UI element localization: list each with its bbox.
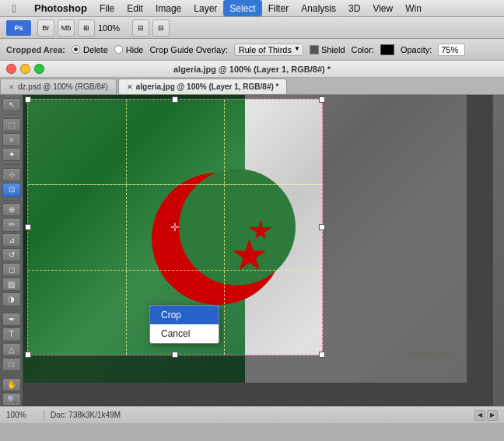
- tool-eyedropper[interactable]: ⊹: [2, 168, 21, 181]
- main-area: ↖ ⬚ ⌗ ✦ ⊹ ⊡ ⊕ ✏ ⊿ ↺ ◻ ▨ ◑ ✒ T △ □ ✋ 🔍: [0, 95, 504, 406]
- tool-path[interactable]: △: [2, 343, 21, 356]
- tool-zoom[interactable]: 🔍: [2, 393, 21, 406]
- brush-icon: ✏: [9, 220, 15, 229]
- tool-shape[interactable]: □: [2, 358, 21, 371]
- tool-marquee[interactable]: ⬚: [2, 118, 21, 131]
- menu-3d[interactable]: 3D: [342, 0, 366, 16]
- shade-right: [323, 99, 492, 355]
- menu-photoshop[interactable]: Photoshop: [28, 0, 93, 16]
- menu-filter[interactable]: Filter: [262, 0, 296, 16]
- status-zoom: 100%: [6, 411, 37, 419]
- nav-next[interactable]: ▶: [487, 410, 498, 421]
- tool-history-brush[interactable]: ↺: [2, 248, 21, 261]
- window-titlebar: algeria.jpg @ 100% (Layer 1, RGB/8#) *: [0, 61, 504, 78]
- status-divider: [44, 410, 44, 421]
- apple-menu[interactable]: : [0, 2, 28, 15]
- wand-icon: ✦: [9, 150, 15, 159]
- zoom-icon: 🔍: [7, 395, 16, 404]
- crop-icon: ⊡: [9, 185, 15, 194]
- right-sidebar: [492, 95, 504, 406]
- tab-label-dz: dz.psd @ 100% (RGB/8#): [18, 82, 108, 91]
- tool-wand[interactable]: ✦: [2, 148, 21, 161]
- guide-overlay-dropdown[interactable]: Rule of Thirds: [234, 44, 303, 56]
- guide-overlay-label: Crop Guide Overlay:: [149, 45, 227, 54]
- tool-gradient[interactable]: ▨: [2, 278, 21, 291]
- toolbar-btn-5[interactable]: ⊟: [152, 19, 170, 37]
- color-label: Color:: [352, 45, 374, 54]
- toolbar-btn-2[interactable]: Mb: [58, 19, 75, 37]
- hide-radio[interactable]: [114, 45, 123, 54]
- delete-radio[interactable]: [72, 45, 80, 54]
- ps-icon: Ps: [6, 20, 31, 36]
- tool-spot-heal[interactable]: ⊕: [2, 203, 21, 216]
- tab-close-icon[interactable]: ✕: [9, 83, 15, 91]
- minimize-button[interactable]: [20, 64, 30, 74]
- tool-divider-4: [4, 310, 19, 310]
- toolbar-btn-4[interactable]: ⊟: [132, 19, 149, 37]
- toolbar-icon-5: ⊟: [158, 24, 164, 32]
- tool-move[interactable]: ↖: [2, 98, 21, 111]
- gradient-icon: ▨: [8, 280, 15, 289]
- tool-divider-2: [4, 164, 19, 165]
- tool-eraser[interactable]: ◻: [2, 263, 21, 276]
- tab-close-icon-2[interactable]: ✕: [127, 83, 133, 91]
- toolbar-btn-3[interactable]: ⊞: [78, 19, 95, 37]
- shield-checkbox-group[interactable]: Shield: [310, 45, 345, 54]
- status-nav: ◀ ▶: [474, 410, 498, 421]
- context-menu-cancel[interactable]: Cancel: [150, 324, 219, 343]
- status-bar: 100% Doc: 738k3K/1k49M ◀ ▶: [0, 406, 504, 423]
- opacity-field[interactable]: 75%: [438, 44, 465, 56]
- window-title: algeria.jpg @ 100% (Layer 1, RGB/8#) *: [173, 65, 331, 74]
- path-icon: △: [9, 345, 15, 354]
- toolbar-icon-3: ⊞: [83, 24, 89, 32]
- toolbar-btn-1[interactable]: Br: [37, 19, 54, 37]
- tool-hand[interactable]: ✋: [2, 378, 21, 391]
- shield-checkbox[interactable]: [310, 45, 319, 54]
- context-menu: Crop Cancel: [149, 305, 219, 344]
- tool-clone[interactable]: ⊿: [2, 233, 21, 247]
- window-controls: [6, 64, 44, 74]
- nav-prev[interactable]: ◀: [474, 410, 485, 421]
- menu-edit[interactable]: Edit: [121, 0, 149, 16]
- menu-view[interactable]: View: [366, 0, 399, 16]
- hide-label: Hide: [126, 45, 144, 54]
- marquee-icon: ⬚: [8, 121, 15, 129]
- menu-layer[interactable]: Layer: [187, 0, 223, 16]
- close-button[interactable]: [6, 64, 16, 74]
- tool-dodge[interactable]: ◑: [2, 292, 21, 306]
- shade-left: [23, 99, 27, 355]
- tools-sidebar: ↖ ⬚ ⌗ ✦ ⊹ ⊡ ⊕ ✏ ⊿ ↺ ◻ ▨ ◑ ✒ T △ □ ✋ 🔍: [0, 95, 23, 406]
- dodge-icon: ◑: [8, 295, 15, 303]
- tab-algeria-jpg[interactable]: ✕ algeria.jpg @ 100% (Layer 1, RGB/8#) *: [118, 79, 288, 94]
- menu-file[interactable]: File: [93, 0, 121, 16]
- cropped-area-label: Cropped Area:: [6, 45, 65, 54]
- delete-radio-group[interactable]: Delete: [72, 45, 108, 54]
- shape-icon: □: [9, 360, 13, 369]
- tool-divider-1: [4, 114, 19, 115]
- hand-icon: ✋: [7, 380, 16, 389]
- toolbar-icon-4: ⊟: [138, 24, 144, 32]
- opacity-label: Opacity:: [401, 45, 432, 54]
- menu-analysis[interactable]: Analysis: [295, 0, 342, 16]
- canvas-area: ★ Feidh.com ✛ Crop C: [23, 95, 492, 406]
- context-menu-crop[interactable]: Crop: [150, 306, 219, 324]
- lasso-icon: ⌗: [9, 135, 14, 145]
- menu-bar:  Photoshop File Edit Image Layer Select…: [0, 0, 504, 17]
- color-swatch[interactable]: [380, 44, 394, 55]
- menu-image[interactable]: Image: [149, 0, 187, 16]
- options-bar: Ps Br Mb ⊞ 100% ⊟ ⊟: [0, 17, 504, 39]
- tool-brush[interactable]: ✏: [2, 218, 21, 231]
- tool-pen[interactable]: ✒: [2, 313, 21, 326]
- menu-select[interactable]: Select: [223, 0, 261, 16]
- maximize-button[interactable]: [34, 64, 44, 74]
- tool-lasso[interactable]: ⌗: [2, 133, 21, 146]
- hide-radio-group[interactable]: Hide: [114, 45, 144, 54]
- move-icon: ↖: [9, 100, 15, 109]
- tool-crop[interactable]: ⊡: [2, 183, 21, 196]
- flag-emblem: ★: [140, 149, 319, 328]
- tool-text[interactable]: T: [2, 327, 21, 341]
- svg-text:★: ★: [230, 231, 268, 279]
- tab-dz-psd[interactable]: ✕ dz.psd @ 100% (RGB/8#): [0, 79, 117, 94]
- menu-win[interactable]: Win: [399, 0, 428, 16]
- zoom-percent: 100%: [98, 23, 129, 33]
